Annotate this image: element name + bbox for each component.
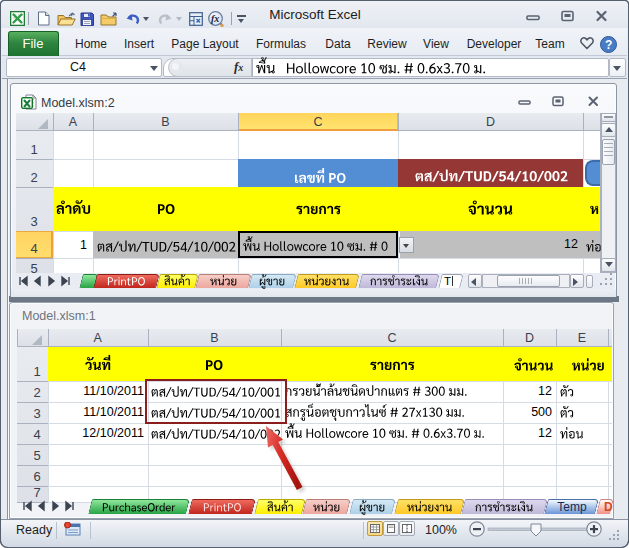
svg-text:fx: fx	[211, 13, 219, 24]
svg-text:?: ?	[605, 38, 612, 52]
